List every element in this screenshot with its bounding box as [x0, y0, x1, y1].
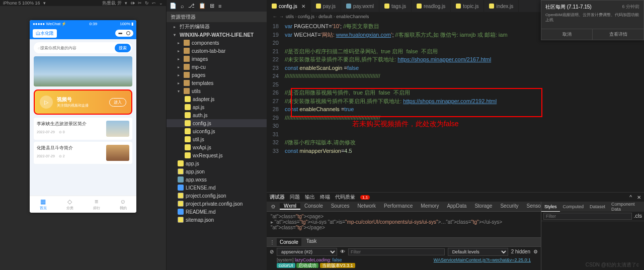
devtool-subtab[interactable]: Memory [417, 203, 443, 209]
tree-row[interactable]: app.json [167, 167, 267, 175]
file-icon[interactable]: 📄 [170, 3, 177, 9]
crumb[interactable]: utils [286, 14, 294, 19]
project-root[interactable]: ▾WINXIN-APP-WATCH-LIFE.NET [167, 31, 267, 39]
editor-tab[interactable]: config.js✕ [267, 0, 311, 12]
devtool-tab[interactable]: 问题 [290, 194, 300, 201]
devtool-subtab[interactable]: AppData [443, 203, 470, 209]
rotate-icon[interactable]: ↻ [145, 1, 149, 6]
editor-tab[interactable]: readlog.js [412, 0, 451, 12]
tree-row[interactable]: project.config.json [167, 192, 267, 200]
tab-item[interactable]: ≡排行 [83, 196, 110, 213]
tree-row[interactable]: wxApi.js [167, 143, 267, 151]
eye-icon[interactable]: 👁 [340, 249, 345, 254]
tree-row[interactable]: config.js [167, 119, 267, 127]
tree-row[interactable]: README.md [167, 208, 267, 216]
style-tab[interactable]: Component Data [608, 202, 644, 212]
tree-row[interactable]: api.js [167, 103, 267, 111]
crumb[interactable]: enableChannels [336, 14, 369, 19]
style-tab[interactable]: Computed [560, 202, 587, 212]
editor-tab[interactable]: index.js [484, 0, 519, 12]
devtool-subtab[interactable]: Wxml [280, 203, 300, 210]
settings-icon[interactable]: ⚙ [533, 249, 538, 254]
hidden-label[interactable]: 2 hidden [511, 249, 530, 254]
editor-tab[interactable]: topic.js [451, 0, 484, 12]
collapse-icon[interactable]: ^ [629, 195, 632, 200]
devtool-subtab[interactable]: Network [353, 203, 380, 209]
tree-row[interactable]: app.wxss [167, 175, 267, 184]
tree-row[interactable]: ▸templates [167, 79, 267, 87]
volume-icon[interactable]: 🕪 [130, 1, 135, 6]
style-tab[interactable]: Dataset [587, 202, 608, 212]
clipboard-icon[interactable]: 📋 [199, 3, 206, 9]
devtool-subtab[interactable]: Console [300, 203, 327, 209]
tree-row[interactable]: ▸mp-cu [167, 63, 267, 71]
hero-image[interactable] [34, 56, 132, 86]
crumb[interactable]: default [318, 14, 332, 19]
open-editors-group[interactable]: ▸打开的编辑器 [167, 22, 267, 31]
list-item[interactable]: 李家峡生态旅游景区简介2022-07-29⊙ 0 [34, 118, 132, 140]
styles-filter-input[interactable] [543, 213, 632, 220]
cut-icon[interactable]: ✂ [138, 1, 142, 6]
clear-icon[interactable]: ⊘ [270, 249, 274, 254]
console-tab[interactable]: Task [306, 238, 317, 246]
search-input[interactable] [40, 46, 115, 50]
tree-row[interactable]: util.js [167, 135, 267, 143]
tree-row[interactable]: ▸custom-tab-bar [167, 47, 267, 55]
menu-icon[interactable]: ≡ [218, 3, 221, 9]
search-icon[interactable]: ⌕ [181, 3, 184, 9]
capsule-button[interactable]: ••• [115, 30, 133, 37]
more-icon[interactable]: ••• [118, 31, 123, 36]
dom-tree[interactable]: "at">class="tg"><page>▸ "at">class="tg">… [267, 212, 541, 237]
extension-icon[interactable]: ⊞ [210, 3, 214, 9]
devtool-subtab[interactable]: Sources [327, 203, 354, 209]
list-item[interactable]: 化隆县旦斗寺简介2022-07-29⊙ 2 [34, 142, 132, 164]
levels-select[interactable]: Default levels [448, 248, 508, 256]
editor-tab[interactable]: pay.wxml [341, 0, 379, 12]
devtool-subtab[interactable]: Performance [380, 203, 417, 209]
console-tab[interactable]: Console [277, 238, 301, 246]
devtool-subtab[interactable]: Security [496, 203, 522, 209]
devtool-tab[interactable]: 输出 [305, 194, 315, 201]
cls-toggle[interactable]: .cls [634, 213, 642, 220]
scope-select[interactable]: appservice (#2) [277, 248, 337, 256]
tree-row[interactable]: ▸components [167, 39, 267, 47]
search-bar[interactable]: ⌕ 搜索 [34, 42, 132, 53]
nav-fwd-icon[interactable]: → [279, 14, 284, 19]
style-tab[interactable]: Styles [541, 202, 560, 212]
tree-row[interactable]: ▸pages [167, 71, 267, 79]
devtool-subtab[interactable]: Storage [470, 203, 496, 209]
console-filter-input[interactable] [348, 248, 445, 255]
crumb[interactable]: config.js [298, 14, 314, 19]
notify-cancel-button[interactable]: 取消 [541, 29, 593, 40]
console-toggle-icon[interactable]: ⋮ [270, 239, 275, 245]
tab-item[interactable]: ◇分类 [56, 196, 83, 213]
close-mini-icon[interactable] [126, 31, 130, 35]
hot-reload-label[interactable]: 热重载 开 [102, 0, 122, 7]
devtool-tab[interactable]: 终端 [320, 194, 330, 201]
devtool-tab[interactable]: 代码质量 [335, 194, 355, 201]
back-icon[interactable]: ⤺ [152, 1, 156, 6]
tab-item[interactable]: ▦首页 [30, 196, 56, 213]
devtool-tab[interactable]: 调试器 [270, 194, 285, 201]
tree-row[interactable]: LICENSE.md [167, 184, 267, 192]
editor-tab[interactable]: pay.js [311, 0, 341, 12]
device-label[interactable]: iPhone 5 100% 16 [3, 1, 40, 6]
tree-row[interactable]: ▸images [167, 55, 267, 63]
tab-item[interactable]: ☺我的 [110, 196, 136, 213]
tree-row[interactable]: auth.js [167, 111, 267, 119]
tree-row[interactable]: uiconfig.js [167, 127, 267, 135]
tree-row[interactable]: wxRequest.js [167, 151, 267, 159]
search-button[interactable]: 搜索 [115, 44, 131, 52]
notify-ok-button[interactable]: 查看详情 [593, 29, 643, 40]
nav-back-icon[interactable]: ← [273, 14, 277, 19]
tree-row[interactable]: app.js [167, 159, 267, 167]
code-editor[interactable]: 18var PAGECOUNT='10'; //每页文章数目19var WECH… [267, 21, 644, 192]
tree-row[interactable]: sitemap.json [167, 216, 267, 224]
tree-row[interactable]: project.private.config.json [167, 200, 267, 208]
collapse-icon[interactable]: ⌄ [159, 1, 163, 6]
close-icon[interactable]: ✕ [637, 195, 641, 200]
editor-tab[interactable]: tags.js [379, 0, 412, 12]
inspect-icon[interactable]: ⯐ [267, 202, 280, 211]
branch-icon[interactable]: ⎇ [188, 3, 195, 9]
video-channel-card[interactable]: ▷ 视频号 关注我的视频和直播 进入 [34, 89, 132, 115]
